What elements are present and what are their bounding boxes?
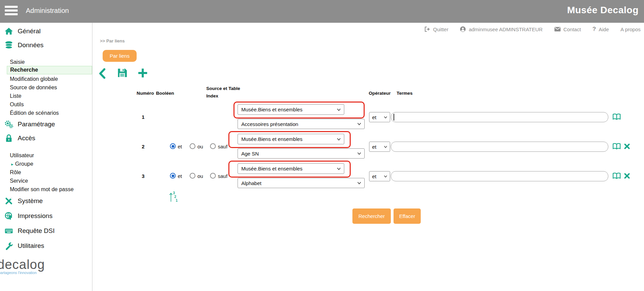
gears-icon xyxy=(4,120,13,129)
chevron-down-icon xyxy=(357,182,361,184)
top-bar: Administration Musée Decalog xyxy=(0,0,644,23)
term-input-row1[interactable] xyxy=(391,112,608,122)
chevron-down-icon xyxy=(337,138,341,141)
open-book-icon[interactable] xyxy=(612,143,621,150)
sidebar-item-liste[interactable]: Liste xyxy=(10,92,21,99)
chevron-down-icon xyxy=(337,108,341,111)
header-source-table: Source et Table xyxy=(206,86,240,91)
clear-button[interactable]: Effacer xyxy=(394,208,421,224)
term-input-row2[interactable] xyxy=(391,142,608,152)
operator-select-row2[interactable]: et xyxy=(369,142,390,152)
wrench-icon xyxy=(4,241,13,250)
sidebar-item-saisie[interactable]: Saisie xyxy=(10,58,25,66)
source-select-row2[interactable]: Musée.Biens et ensembles xyxy=(238,134,344,144)
boolean-radio-ou[interactable] xyxy=(190,143,195,149)
open-book-icon[interactable] xyxy=(612,113,621,121)
sign-out-icon xyxy=(424,26,430,32)
index-select-row1[interactable]: Accessoires présentation xyxy=(238,119,365,129)
decalog-logo: decalog partageons l'innovation xyxy=(0,258,45,275)
header-booleen: Booléen xyxy=(156,91,174,96)
breadcrumb: >> Par liens xyxy=(100,38,125,43)
sidebar-item-label: Paramétrage xyxy=(18,121,55,128)
crossed-tools-icon xyxy=(4,196,13,205)
boolean-label-ou[interactable]: ou xyxy=(197,173,203,179)
boolean-label-sauf[interactable]: sauf xyxy=(218,144,227,149)
boolean-label-sauf[interactable]: sauf xyxy=(218,173,227,179)
help-link[interactable]: ? Aide xyxy=(592,26,609,33)
boolean-label-ou[interactable]: ou xyxy=(197,144,203,149)
boolean-label-et[interactable]: et xyxy=(178,144,182,149)
app-title: Administration xyxy=(26,7,69,15)
operator-select-row3[interactable]: et xyxy=(369,171,390,181)
save-icon[interactable] xyxy=(117,67,128,78)
boolean-label-et[interactable]: et xyxy=(178,173,182,179)
about-link[interactable]: A propos xyxy=(621,26,641,32)
text-caret xyxy=(394,114,394,121)
term-input-row3[interactable] xyxy=(391,171,608,181)
sidebar-item-donnees[interactable]: Données xyxy=(4,40,43,50)
boolean-radio-sauf[interactable] xyxy=(210,143,216,149)
chevron-right-icon: ▸ xyxy=(11,162,14,167)
add-icon[interactable] xyxy=(137,68,148,78)
sidebar-item-modification-globale[interactable]: Modification globale xyxy=(10,75,58,83)
current-user[interactable]: adminmusee ADMINSTRATEUR xyxy=(460,26,542,32)
sidebar-item-utilitaires[interactable]: Utilitaires xyxy=(4,241,44,250)
print-globe-icon xyxy=(4,211,13,220)
keyboard-icon xyxy=(4,226,13,235)
close-x-icon[interactable] xyxy=(624,143,630,149)
search-button[interactable]: Rechercher xyxy=(352,208,391,224)
sidebar-item-outils[interactable]: Outils xyxy=(10,101,24,108)
home-icon xyxy=(4,26,13,36)
question-mark-icon: ? xyxy=(592,26,596,33)
sidebar-item-service[interactable]: Service xyxy=(10,177,28,184)
sidebar-item-utilisateur[interactable]: Utilisateur xyxy=(10,152,34,159)
sidebar-item-impressions[interactable]: Impressions xyxy=(4,211,52,220)
index-select-row2[interactable]: Age SN xyxy=(238,148,365,159)
sidebar-item-recherche-active[interactable]: Recherche xyxy=(7,66,92,74)
boolean-radio-et[interactable] xyxy=(170,143,176,149)
chevron-down-icon xyxy=(384,175,387,178)
sidebar-item-parametrage[interactable]: Paramétrage xyxy=(4,120,55,129)
sidebar-item-label: Impressions xyxy=(18,212,52,220)
header-operateur: Opérateur xyxy=(369,91,391,96)
row-number: 2 xyxy=(142,144,144,149)
quit-link[interactable]: Quitter xyxy=(424,26,448,32)
back-chevron-icon[interactable] xyxy=(98,68,106,79)
sidebar-item-label: Accès xyxy=(18,134,35,142)
header-termes: Termes xyxy=(397,91,413,96)
operator-select-row1[interactable]: et xyxy=(369,112,390,122)
source-select-row3[interactable]: Musée.Biens et ensembles xyxy=(238,163,344,174)
sidebar-item-label: Utilitaires xyxy=(18,242,44,250)
boolean-radio-sauf[interactable] xyxy=(210,173,216,179)
chevron-down-icon xyxy=(384,146,387,148)
sidebar-item-groupe[interactable]: ▸Groupe xyxy=(11,160,33,168)
sidebar-item-general[interactable]: Général xyxy=(4,26,41,36)
sidebar-item-requete-dsi[interactable]: Requête DSI xyxy=(4,226,55,235)
boolean-radio-et[interactable] xyxy=(170,173,176,179)
contact-link[interactable]: Contact xyxy=(554,26,581,32)
row-number: 1 xyxy=(142,114,144,120)
open-book-icon[interactable] xyxy=(612,172,621,180)
sidebar-item-role[interactable]: Rôle xyxy=(10,169,21,176)
sort-order-icon[interactable]: 3 2 1 xyxy=(169,191,180,204)
sidebar-item-systeme[interactable]: Système xyxy=(4,196,43,205)
sidebar-item-acces[interactable]: Accès xyxy=(4,133,35,143)
index-select-row3[interactable]: Alphabet xyxy=(238,178,365,188)
chevron-down-icon xyxy=(357,123,361,125)
hamburger-menu-icon[interactable] xyxy=(5,5,18,17)
sidebar-item-edition-de-scenarios[interactable]: Édition de scénarios xyxy=(10,109,59,116)
row-number: 3 xyxy=(142,173,144,179)
database-icon xyxy=(4,40,13,50)
utility-bar: Quitter adminmusee ADMINSTRATEUR Contact… xyxy=(424,26,641,33)
sidebar-item-source-de-donnees[interactable]: Source de données xyxy=(10,84,57,91)
sidebar-item-modifier-mot-de-passe[interactable]: Modifier son mot de passe xyxy=(10,186,74,193)
sidebar-item-label: Requête DSI xyxy=(18,227,55,235)
header-index: Index xyxy=(206,93,218,98)
sidebar-item-label: Général xyxy=(18,28,41,35)
tab-par-liens[interactable]: Par liens xyxy=(103,50,137,62)
sidebar-item-label: Système xyxy=(18,197,43,205)
close-x-icon[interactable] xyxy=(624,173,630,179)
source-select-row1[interactable]: Musée.Biens et ensembles xyxy=(238,104,344,115)
sidebar-item-label: Données xyxy=(18,41,43,49)
boolean-radio-ou[interactable] xyxy=(190,173,195,179)
